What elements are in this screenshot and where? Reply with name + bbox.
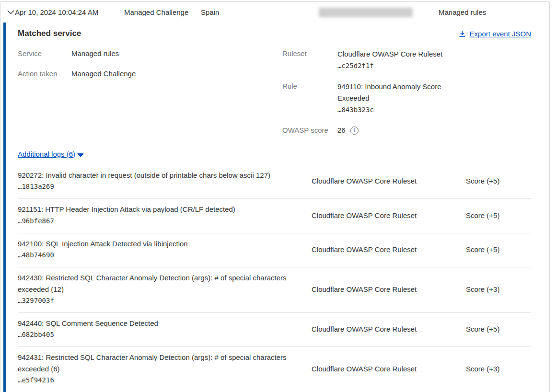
- additional-logs-table: 920272: Invalid character in request (ou…: [18, 165, 531, 392]
- log-row: 942100: SQL Injection Attack Detected vi…: [18, 233, 531, 267]
- export-event-json-link[interactable]: Export event JSON: [459, 30, 531, 38]
- log-score: Score (+5): [466, 325, 531, 333]
- redacted-value: [319, 8, 413, 17]
- log-rule-description: 921151: HTTP Header Injection Attack via…: [18, 205, 235, 213]
- service-field: Service Managed rules: [18, 48, 282, 59]
- log-rule-description: 942430: Restricted SQL Character Anomaly…: [18, 274, 287, 293]
- event-detail-section: Matched service Export event JSON Servic…: [0, 23, 549, 392]
- rule-field: Rule 949110: Inbound Anomaly Score Excee…: [282, 81, 531, 115]
- log-rule-description: 942440: SQL Comment Sequence Detected: [18, 319, 158, 327]
- firewall-event-panel: Apr 10, 2024 10:04:24 AM Managed Challen…: [0, 1, 550, 392]
- action-taken-label: Action taken: [18, 69, 71, 79]
- event-country: Spain: [201, 8, 319, 16]
- log-ruleset: Cloudflare OWASP Core Ruleset: [312, 285, 466, 293]
- log-ruleset: Cloudflare OWASP Core Ruleset: [312, 177, 466, 185]
- log-row: 942440: SQL Comment Sequence Detected …6…: [18, 312, 531, 346]
- log-rule-hash: …e5f94216: [18, 376, 54, 384]
- matched-service-title: Matched service: [18, 28, 81, 39]
- matched-service-details: Service Managed rules Action taken Manag…: [18, 48, 531, 136]
- selected-row-accent-bar: [3, 23, 6, 392]
- log-score: Score (+3): [466, 365, 531, 373]
- ruleset-label: Ruleset: [282, 48, 337, 71]
- log-rule-hash: …3297003f: [18, 297, 54, 304]
- additional-logs-link[interactable]: Additional logs (6): [18, 149, 75, 160]
- log-rule-description: 942100: SQL Injection Attack Detected vi…: [18, 240, 188, 248]
- log-score: Score (+5): [466, 211, 531, 219]
- service-value: Managed rules: [71, 48, 119, 59]
- event-service: Managed rules: [439, 8, 486, 16]
- log-rule-description: 942431: Restricted SQL Character Anomaly…: [18, 353, 287, 372]
- chevron-down-icon: [7, 10, 14, 14]
- export-event-json-label: Export event JSON: [470, 30, 531, 38]
- log-ruleset: Cloudflare OWASP Core Ruleset: [312, 365, 466, 373]
- log-row: 942430: Restricted SQL Character Anomaly…: [18, 267, 531, 312]
- ruleset-value: Cloudflare OWASP Core Ruleset: [337, 50, 442, 58]
- action-taken-field: Action taken Managed Challenge: [18, 69, 282, 79]
- caret-down-icon[interactable]: [77, 153, 84, 157]
- owasp-score-label: OWASP score: [282, 125, 337, 136]
- log-score: Score (+3): [466, 285, 531, 293]
- event-timestamp: Apr 10, 2024 10:04:24 AM: [15, 8, 124, 16]
- log-ruleset: Cloudflare OWASP Core Ruleset: [312, 325, 466, 333]
- event-summary-row[interactable]: Apr 10, 2024 10:04:24 AM Managed Challen…: [0, 2, 549, 23]
- ruleset-field: Ruleset Cloudflare OWASP Core Ruleset …c…: [282, 48, 531, 71]
- log-ruleset: Cloudflare OWASP Core Ruleset: [312, 211, 466, 219]
- ruleset-hash: …c25d2f1f: [337, 62, 374, 69]
- owasp-score-value: 26: [337, 125, 346, 136]
- owasp-score-field: OWASP score 26 i: [282, 125, 531, 136]
- log-rule-hash: …48b74690: [18, 251, 54, 259]
- collapse-row-button[interactable]: [0, 10, 15, 14]
- log-rule-hash: …682bb405: [18, 331, 54, 338]
- log-score: Score (+5): [466, 177, 531, 185]
- log-score: Score (+5): [466, 245, 531, 254]
- log-row: 920272: Invalid character in request (ou…: [18, 165, 531, 198]
- rule-value: 949110: Inbound Anomaly Score Exceeded: [337, 82, 441, 102]
- download-icon: [459, 30, 466, 37]
- log-rule-hash: …96bfe867: [18, 217, 54, 225]
- info-icon[interactable]: i: [350, 127, 359, 135]
- log-row: 921151: HTTP Header Injection Attack via…: [18, 198, 531, 232]
- action-taken-value: Managed Challenge: [71, 69, 136, 79]
- event-action: Managed Challenge: [124, 8, 201, 16]
- log-row: 942431: Restricted SQL Character Anomaly…: [18, 346, 531, 392]
- log-rule-description: 920272: Invalid character in request (ou…: [18, 171, 270, 179]
- service-label: Service: [18, 48, 71, 59]
- rule-label: Rule: [282, 81, 337, 115]
- log-rule-hash: …1813a269: [18, 183, 54, 190]
- rule-hash: …843b323c: [337, 106, 374, 114]
- log-ruleset: Cloudflare OWASP Core Ruleset: [312, 245, 466, 254]
- table-column-divider: [343, 0, 343, 2]
